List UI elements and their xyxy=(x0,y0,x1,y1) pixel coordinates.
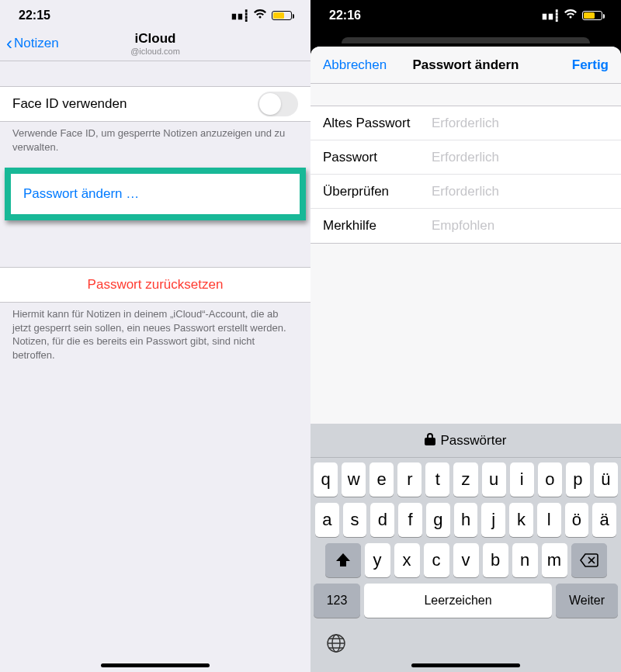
status-time: 22:16 xyxy=(329,9,361,23)
key-x[interactable]: x xyxy=(394,543,420,577)
keyboard: Passwörter qwertzuiopü asdfghjklöä yxcvb… xyxy=(310,424,621,672)
faceid-row[interactable]: Face ID verwenden xyxy=(0,87,310,121)
key-z[interactable]: z xyxy=(453,462,477,497)
numbers-key[interactable]: 123 xyxy=(314,584,360,618)
key-g[interactable]: g xyxy=(426,503,450,537)
faceid-switch[interactable] xyxy=(258,92,298,116)
done-button[interactable]: Fertig xyxy=(572,57,609,73)
key-y[interactable]: y xyxy=(365,543,390,577)
password-fields: Altes Passwort Erforderlich Passwort Erf… xyxy=(310,106,621,244)
sheet-title: Passwort ändern xyxy=(413,57,519,73)
key-q[interactable]: q xyxy=(314,462,338,497)
key-e[interactable]: e xyxy=(369,462,394,497)
key-ö[interactable]: ö xyxy=(565,503,589,537)
change-password-label: Passwort ändern … xyxy=(23,186,139,202)
key-o[interactable]: o xyxy=(538,462,562,497)
key-v[interactable]: v xyxy=(453,543,479,577)
nav-bar: ‹ Notizen iCloud @icloud.com xyxy=(0,31,310,61)
key-p[interactable]: p xyxy=(566,462,590,497)
key-icon xyxy=(425,433,435,448)
verify-password-field[interactable]: Überprüfen Erforderlich xyxy=(310,175,621,209)
field-placeholder: Erforderlich xyxy=(432,184,499,199)
change-password-button[interactable]: Passwort ändern … xyxy=(11,174,300,214)
field-placeholder: Erforderlich xyxy=(432,116,499,131)
sheet-grabber[interactable] xyxy=(342,37,590,43)
faceid-footer: Verwende Face ID, um gesperrte Notizen a… xyxy=(0,122,310,154)
key-ä[interactable]: ä xyxy=(592,503,616,537)
shift-key[interactable] xyxy=(325,543,361,577)
status-bar: 22:16 ∎∎┋ xyxy=(310,0,621,31)
key-a[interactable]: a xyxy=(315,503,339,537)
key-w[interactable]: w xyxy=(342,462,366,497)
status-bar: 22:15 ∎∎┋ xyxy=(0,0,310,31)
highlight-box: Passwort ändern … xyxy=(5,168,306,220)
cellular-icon: ∎∎┋ xyxy=(541,9,559,22)
reset-password-label: Passwort zurücksetzen xyxy=(88,277,224,293)
status-time: 22:15 xyxy=(19,9,50,23)
key-n[interactable]: n xyxy=(512,543,538,577)
back-button[interactable]: ‹ Notizen xyxy=(6,34,59,53)
keyboard-suggestion-bar[interactable]: Passwörter xyxy=(310,424,621,458)
key-s[interactable]: s xyxy=(343,503,367,537)
reset-footer: Hiermit kann für Notizen in deinem „iClo… xyxy=(0,303,310,362)
faceid-group: Face ID verwenden xyxy=(0,86,310,122)
key-r[interactable]: r xyxy=(397,462,422,497)
field-placeholder: Erforderlich xyxy=(432,150,499,165)
key-j[interactable]: j xyxy=(481,503,505,537)
key-u[interactable]: u xyxy=(482,462,506,497)
key-l[interactable]: l xyxy=(537,503,561,537)
key-b[interactable]: b xyxy=(483,543,508,577)
chevron-left-icon: ‹ xyxy=(6,34,12,53)
old-password-field[interactable]: Altes Passwort Erforderlich xyxy=(310,106,621,140)
backspace-key[interactable] xyxy=(571,543,607,577)
sheet-nav: Abbrechen Passwort ändern Fertig xyxy=(310,47,621,84)
nav-title: iCloud xyxy=(130,31,180,47)
battery-icon xyxy=(582,11,602,20)
sheet-grabber-area xyxy=(310,31,621,47)
reset-group: Passwort zurücksetzen xyxy=(0,267,310,303)
field-label: Merkhilfe xyxy=(323,218,432,234)
field-placeholder: Empfohlen xyxy=(432,218,494,234)
new-password-field[interactable]: Passwort Erforderlich xyxy=(310,140,621,175)
globe-key[interactable] xyxy=(326,633,346,658)
hint-field[interactable]: Merkhilfe Empfohlen xyxy=(310,209,621,243)
key-h[interactable]: h xyxy=(454,503,478,537)
key-m[interactable]: m xyxy=(542,543,567,577)
reset-password-button[interactable]: Passwort zurücksetzen xyxy=(0,268,310,302)
right-screenshot: 22:16 ∎∎┋ Abbrechen Passwort ändern Fert… xyxy=(310,0,621,672)
home-indicator[interactable] xyxy=(411,663,520,667)
key-ü[interactable]: ü xyxy=(594,462,618,497)
key-i[interactable]: i xyxy=(510,462,534,497)
field-label: Passwort xyxy=(323,150,432,165)
home-indicator[interactable] xyxy=(101,663,210,667)
keyboard-suggestion-text: Passwörter xyxy=(440,433,506,449)
battery-icon xyxy=(272,11,292,20)
key-f[interactable]: f xyxy=(398,503,422,537)
key-t[interactable]: t xyxy=(425,462,449,497)
key-k[interactable]: k xyxy=(509,503,533,537)
nav-subtitle: @icloud.com xyxy=(130,47,180,56)
key-d[interactable]: d xyxy=(370,503,394,537)
cellular-icon: ∎∎┋ xyxy=(231,9,248,22)
wifi-icon xyxy=(564,9,578,23)
faceid-label: Face ID verwenden xyxy=(12,96,127,112)
left-screenshot: 22:15 ∎∎┋ ‹ Notizen iCloud @icloud.com F… xyxy=(0,0,310,672)
key-c[interactable]: c xyxy=(424,543,449,577)
wifi-icon xyxy=(253,9,267,23)
field-label: Überprüfen xyxy=(323,184,432,199)
space-key[interactable]: Leerzeichen xyxy=(364,584,552,618)
back-label: Notizen xyxy=(14,36,59,51)
field-label: Altes Passwort xyxy=(323,116,432,131)
next-key[interactable]: Weiter xyxy=(556,584,618,618)
cancel-button[interactable]: Abbrechen xyxy=(323,57,387,73)
